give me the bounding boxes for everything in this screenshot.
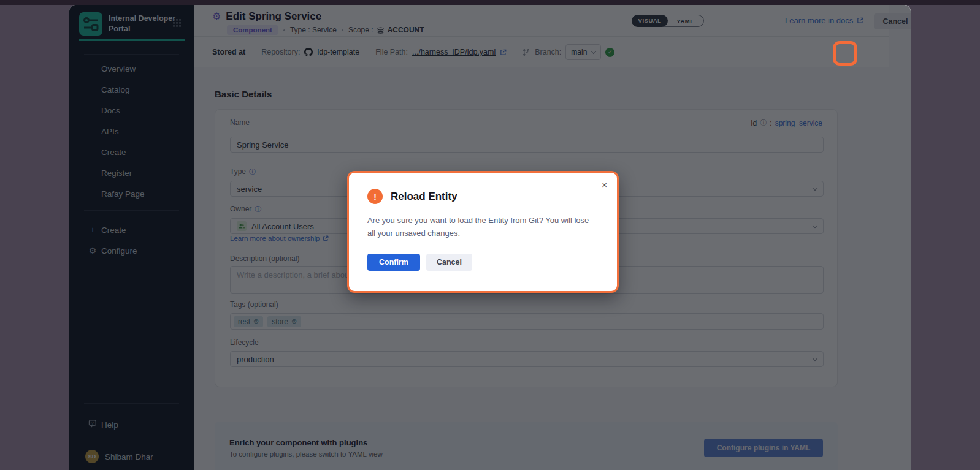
highlight-ring-reload [833,41,857,66]
app-window: Internal Developer Portal Overview Catal… [69,5,911,470]
modal-message: Are you sure you want to load the Entity… [367,214,599,240]
warning-icon: ! [367,189,383,204]
desktop-top-strip [0,0,980,5]
confirm-button[interactable]: Confirm [367,254,420,271]
reload-entity-modal: × ! Reload Entity Are you sure you want … [347,171,619,293]
modal-cancel-button[interactable]: Cancel [426,254,472,271]
modal-title: Reload Entity [391,191,457,203]
close-icon[interactable]: × [602,180,607,189]
